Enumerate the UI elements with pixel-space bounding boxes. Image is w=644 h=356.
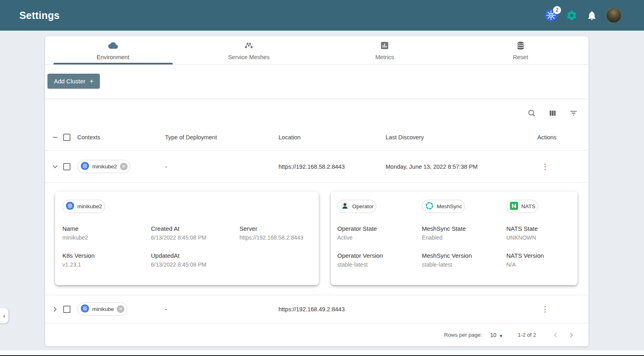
row-location-value: https://192.168.58.2:8443	[279, 164, 386, 170]
select-all-checkbox[interactable]	[63, 134, 70, 141]
rows-per-page-select[interactable]: 10 ▼	[490, 332, 503, 338]
plus-icon: +	[89, 77, 93, 85]
tab-environment-label: Environment	[97, 54, 129, 60]
app-header: Settings 2	[0, 0, 644, 31]
kubernetes-icon	[80, 161, 89, 172]
settings-panel: Environment Service Meshes Metrics Reset…	[45, 36, 588, 346]
kubernetes-icon	[66, 201, 74, 212]
column-header-location[interactable]: Location	[279, 134, 386, 141]
row-actions-menu-icon[interactable]: ⋮	[537, 302, 553, 316]
field-server: Server https://192.168.58.2:8443	[239, 225, 312, 241]
collapse-all-icon[interactable]	[49, 133, 61, 141]
operator-icon	[341, 201, 349, 212]
field-label: Name	[62, 225, 151, 232]
sidebar-collapse-handle[interactable]: ‹	[0, 308, 8, 323]
bar-chart-icon	[380, 41, 390, 52]
expand-row-icon[interactable]	[49, 305, 61, 313]
field-value: https://192.168.58.2:8443	[239, 234, 312, 241]
row-location-value: https://192.168.49.2:8443	[279, 306, 386, 313]
field-value: Active	[337, 234, 422, 241]
row-checkbox[interactable]	[63, 306, 70, 313]
kubernetes-connection-icon[interactable]: 2	[545, 9, 557, 21]
context-chip-label: minikube	[92, 306, 114, 312]
row-checkbox[interactable]	[63, 163, 70, 170]
field-value: 6/13/2022 8:45:08 PM	[151, 261, 239, 268]
field-value: Enabled	[422, 234, 506, 241]
column-header-type[interactable]: Type of Deployment	[165, 134, 279, 141]
service-mesh-icon	[244, 41, 254, 52]
collapse-row-icon[interactable]	[49, 163, 61, 171]
tab-environment[interactable]: Environment	[45, 36, 181, 64]
field-updated-at: UpdatedAt 6/13/2022 8:45:08 PM	[151, 252, 239, 268]
filter-icon[interactable]	[566, 106, 581, 121]
field-meshsync-state: MeshSync State Enabled	[422, 225, 506, 241]
chevron-left-icon: ‹	[3, 313, 5, 319]
cluster-detail-panel: minikube2 Name minikube2 Created At 6/13…	[45, 183, 588, 295]
search-icon[interactable]	[524, 106, 539, 121]
previous-page-icon[interactable]	[548, 327, 564, 343]
tab-metrics[interactable]: Metrics	[317, 36, 453, 64]
chevron-down-icon: ▼	[499, 333, 503, 338]
next-page-icon[interactable]	[564, 327, 579, 343]
meshsync-chip-label: MeshSync	[437, 203, 462, 209]
settings-gear-icon[interactable]	[566, 10, 578, 21]
tab-service-meshes[interactable]: Service Meshes	[181, 36, 317, 64]
add-cluster-label: Add Cluster	[54, 78, 85, 85]
field-label: MeshSync Version	[422, 252, 506, 259]
row-last-discovery-value: Monday, June 13, 2022 8:57:38 PM	[386, 164, 528, 170]
nats-chip[interactable]: NATS	[506, 200, 538, 213]
field-value: stable-latest	[422, 261, 506, 268]
table-pagination: Rows per page: 10 ▼ 1-2 of 2	[45, 323, 588, 346]
field-created-at: Created At 6/13/2022 8:45:08 PM	[151, 225, 239, 241]
tab-reset[interactable]: Reset	[453, 36, 589, 64]
cluster-fields: Name minikube2 Created At 6/13/2022 8:45…	[62, 225, 312, 268]
row-actions-menu-icon[interactable]: ⋮	[537, 160, 553, 173]
nats-chip-label: NATS	[521, 203, 535, 209]
operator-fields: Operator State Active MeshSync State Ena…	[337, 225, 570, 268]
row-type-value: -	[165, 164, 279, 170]
avatar-image	[606, 8, 621, 23]
context-chip-minikube[interactable]: minikube ✕	[77, 302, 127, 316]
operator-chip-label: Operator	[352, 203, 374, 209]
add-cluster-button[interactable]: Add Cluster +	[47, 74, 100, 89]
table-row: minikube ✕ - https://192.168.49.2:8443 ⋮	[45, 295, 588, 323]
field-k8s-version: K8s Version v1.23.1	[62, 252, 151, 268]
chip-close-icon[interactable]: ✕	[120, 163, 128, 170]
column-header-contexts[interactable]: Contexts	[77, 134, 165, 141]
rows-per-page-label: Rows per page:	[444, 332, 482, 338]
field-meshsync-version: MeshSync Version stable-latest	[422, 252, 506, 268]
meshsync-spinner-icon	[425, 201, 434, 212]
cluster-toolbar: Add Cluster +	[45, 65, 588, 99]
context-chip-minikube2[interactable]: minikube2 ✕	[77, 160, 130, 173]
field-label: NATS Version	[506, 252, 570, 259]
cloud-icon	[107, 41, 119, 52]
settings-tabs: Environment Service Meshes Metrics Reset	[45, 36, 588, 65]
field-label: Operator Version	[337, 252, 422, 259]
chip-close-icon[interactable]: ✕	[117, 305, 124, 313]
field-operator-state: Operator State Active	[337, 225, 422, 241]
column-header-last-discovery[interactable]: Last Discovery	[386, 134, 528, 141]
table-row: minikube2 ✕ - https://192.168.58.2:8443 …	[45, 151, 588, 183]
tab-reset-label: Reset	[513, 54, 528, 60]
field-operator-version: Operator Version stable-latest	[337, 252, 422, 268]
context-chip-label: minikube2	[92, 164, 117, 170]
cluster-count-badge: 2	[553, 6, 561, 14]
view-columns-icon[interactable]	[545, 106, 560, 121]
detail-context-chip-label: minikube2	[77, 203, 102, 209]
operator-chip[interactable]: Operator	[337, 200, 376, 213]
table-header-row: Contexts Type of Deployment Location Las…	[45, 124, 588, 151]
meshsync-chip[interactable]: MeshSync	[422, 200, 465, 213]
field-value: 6/13/2022 8:45:08 PM	[151, 234, 239, 241]
tab-service-meshes-label: Service Meshes	[228, 54, 270, 60]
field-value: UNKNOWN	[506, 234, 570, 241]
field-label: Created At	[151, 225, 239, 232]
field-value: minikube2	[62, 234, 151, 241]
detail-context-chip[interactable]: minikube2	[62, 200, 105, 213]
notifications-bell-icon[interactable]	[586, 10, 597, 21]
operator-chips: Operator MeshSync	[337, 200, 570, 213]
field-nats-state: NATS State UNKNOWN	[506, 225, 570, 241]
header-actions: 2	[545, 8, 621, 23]
field-value: stable-latest	[337, 261, 422, 268]
field-value: v1.23.1	[62, 261, 151, 268]
user-avatar[interactable]	[606, 8, 621, 23]
